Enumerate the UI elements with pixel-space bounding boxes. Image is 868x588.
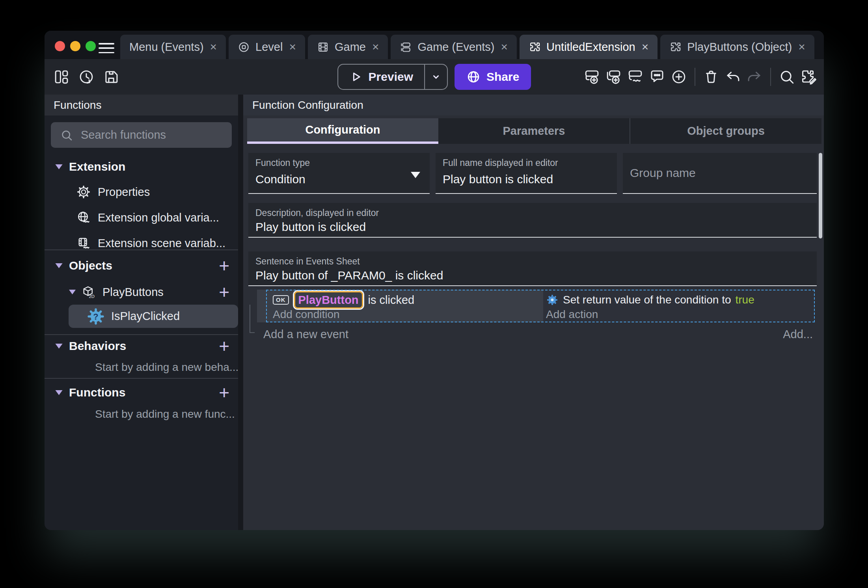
group-name-field[interactable] — [623, 153, 817, 194]
close-tab-icon[interactable]: × — [210, 41, 217, 53]
sidebar-item-properties[interactable]: Properties — [45, 180, 238, 203]
add-other-event-icon[interactable] — [626, 68, 644, 86]
globe-variables-icon — [76, 210, 91, 225]
add-function-to-object-button[interactable]: + — [219, 283, 229, 301]
dropdown-caret-icon[interactable] — [411, 172, 420, 178]
editor-tabs: Menu (Events) × Level × Game × — [120, 35, 817, 59]
field-label: Sentence in Events Sheet — [255, 256, 360, 267]
tab-label: Game — [335, 41, 366, 54]
add-new-event-link[interactable]: Add a new event — [263, 328, 348, 341]
sidebar-divider — [45, 334, 238, 335]
film-icon — [317, 41, 329, 53]
function-type-field[interactable]: Function type Condition — [248, 153, 430, 194]
field-label: Description, displayed in editor — [255, 208, 379, 218]
behaviors-empty-hint: Start by adding a new beha... — [45, 359, 238, 376]
edit-extension-icon[interactable] — [799, 68, 818, 86]
add-more-link[interactable]: Add... — [783, 328, 813, 341]
save-icon[interactable] — [102, 68, 120, 86]
field-label: Function type — [255, 158, 310, 168]
condition-object-chip[interactable]: PlayButton — [294, 291, 363, 309]
close-window-button[interactable] — [55, 41, 65, 51]
collapse-arrow-icon[interactable] — [69, 290, 76, 294]
play-icon — [349, 70, 363, 84]
svg-text:2D: 2D — [89, 294, 95, 299]
panel-scrollbar[interactable] — [819, 153, 822, 238]
tab-untitled-extension[interactable]: UntitledExtension × — [520, 35, 658, 59]
circle-add-icon[interactable] — [670, 68, 688, 86]
close-tab-icon[interactable]: × — [372, 41, 379, 53]
sidebar-item-playbuttons[interactable]: 2D PlayButtons + — [45, 282, 238, 302]
close-tab-icon[interactable]: × — [501, 41, 508, 53]
event-indent-guide — [250, 305, 255, 333]
sidebar-section-functions[interactable]: Functions + — [45, 383, 238, 402]
action-value-true[interactable]: true — [736, 294, 754, 306]
sidebar-item-isplayclicked-selected[interactable]: ? IsPlayClicked — [69, 305, 238, 328]
share-label: Share — [486, 70, 519, 84]
function-configuration-panel: Function Configuration Configuration Par… — [243, 95, 824, 530]
action-row[interactable]: Set return value of the condition to tru… — [546, 291, 754, 309]
add-free-function-button[interactable]: + — [219, 383, 229, 402]
close-tab-icon[interactable]: × — [289, 41, 296, 53]
preview-button[interactable]: Preview — [338, 65, 424, 89]
tab-label: Configuration — [305, 123, 380, 136]
group-name-input[interactable] — [623, 153, 817, 193]
action-text: Set return value of the condition to — [563, 294, 731, 306]
sidebar-section-extension[interactable]: Extension — [45, 157, 238, 177]
app-window: Menu (Events) × Level × Game × — [45, 31, 824, 530]
section-label: Behaviors — [69, 339, 126, 353]
full-name-field[interactable]: Full name displayed in editor Play butto… — [436, 153, 617, 194]
main-menu-icon[interactable] — [99, 43, 114, 53]
add-action-link[interactable]: Add action — [546, 308, 598, 321]
item-label: Extension global varia... — [98, 211, 219, 224]
sidebar-item-extension-global-variables[interactable]: Extension global varia... — [45, 206, 238, 229]
project-manager-icon[interactable] — [52, 68, 71, 86]
traffic-lights — [55, 41, 96, 51]
preview-options-button[interactable] — [424, 65, 447, 89]
minimize-window-button[interactable] — [70, 41, 80, 51]
events-sheet-icon — [400, 41, 412, 53]
collapse-arrow-icon[interactable] — [55, 344, 63, 349]
tab-playbuttons-object[interactable]: PlayButtons (Object) × — [660, 35, 814, 59]
add-condition-link[interactable]: Add condition — [273, 308, 340, 321]
globe-icon — [466, 70, 481, 84]
tab-label: UntitledExtension — [546, 41, 635, 54]
add-subevent-icon[interactable] — [605, 68, 623, 86]
history-icon[interactable] — [77, 68, 95, 86]
zoom-window-button[interactable] — [86, 41, 96, 51]
tab-object-groups[interactable]: Object groups — [630, 118, 821, 144]
tab-label: Level — [255, 41, 283, 54]
close-tab-icon[interactable]: × — [642, 41, 649, 53]
add-comment-icon[interactable] — [648, 68, 666, 86]
redo-icon[interactable] — [745, 68, 764, 86]
panel-header: Function Configuration — [243, 95, 824, 115]
sidebar-section-objects[interactable]: Objects + — [45, 255, 238, 276]
event-block[interactable]: OK PlayButton is clicked Add condition S… — [257, 290, 815, 322]
collapse-arrow-icon[interactable] — [55, 164, 63, 169]
tab-menu-events[interactable]: Menu (Events) × — [120, 35, 226, 59]
add-behavior-button[interactable]: + — [219, 337, 229, 355]
share-button[interactable]: Share — [454, 64, 531, 90]
collapse-arrow-icon[interactable] — [55, 390, 63, 395]
add-object-button[interactable]: + — [219, 257, 229, 275]
undo-icon[interactable] — [724, 68, 742, 86]
field-value: Play button is clicked — [443, 173, 553, 186]
tab-parameters[interactable]: Parameters — [438, 118, 630, 144]
tab-game[interactable]: Game × — [308, 35, 388, 59]
description-field[interactable]: Description, displayed in editor Play bu… — [248, 203, 817, 238]
add-event-icon[interactable] — [583, 68, 601, 86]
delete-icon[interactable] — [702, 68, 720, 86]
function-gear-question-icon: ? — [88, 308, 104, 325]
sentence-field[interactable]: Sentence in Events Sheet Play button of … — [248, 251, 817, 286]
tab-configuration[interactable]: Configuration — [247, 118, 438, 144]
sidebar-section-behaviors[interactable]: Behaviors + — [45, 336, 238, 356]
tab-game-events[interactable]: Game (Events) × — [391, 35, 517, 59]
collapse-arrow-icon[interactable] — [55, 263, 63, 268]
tab-level[interactable]: Level × — [229, 35, 305, 59]
sidebar-item-extension-scene-variables[interactable]: Extension scene variab... — [45, 232, 238, 255]
condition-row[interactable]: OK PlayButton is clicked — [273, 291, 414, 309]
search-icon[interactable] — [778, 68, 796, 86]
search-input[interactable] — [80, 128, 210, 142]
sidebar-header: Functions — [45, 95, 238, 115]
close-tab-icon[interactable]: × — [798, 41, 805, 53]
search-box[interactable] — [51, 122, 232, 148]
